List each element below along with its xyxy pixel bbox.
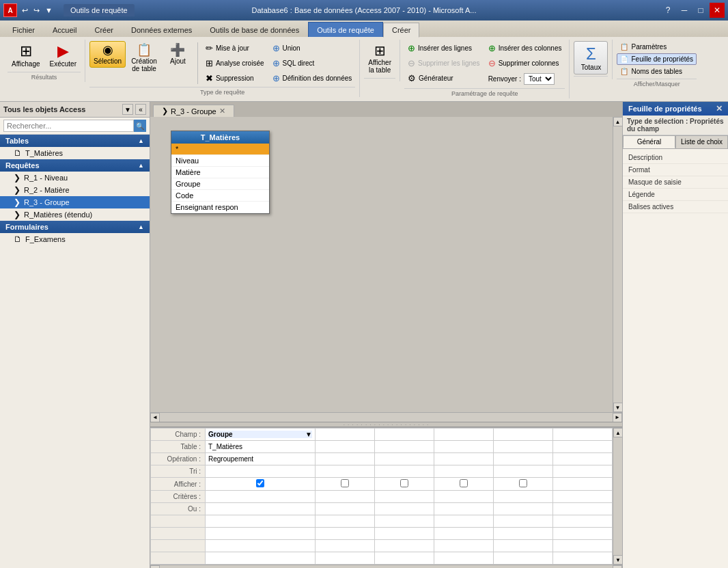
analyse-croisee-button[interactable]: ⊞ Analyse croisée <box>202 56 268 70</box>
champ-cell-1[interactable]: ▼ <box>206 429 316 441</box>
field-matiere[interactable]: Matière <box>171 167 269 178</box>
renvoyer-select[interactable]: Tout <box>524 73 555 85</box>
ajout-button[interactable]: ➕ Ajout <box>163 41 193 68</box>
tab-outils-requete[interactable]: Outils de requête <box>308 22 383 37</box>
tri-cell-3[interactable] <box>374 465 434 478</box>
empty-cell-4a[interactable] <box>206 552 316 565</box>
empty-cell-4f[interactable] <box>552 552 612 565</box>
generateur-button[interactable]: ⚙ Générateur <box>404 71 484 85</box>
afficher-checkbox-4[interactable] <box>460 479 468 487</box>
afficher-cell-6[interactable] <box>552 478 612 491</box>
empty-cell-3b[interactable] <box>315 540 374 552</box>
design-scroll-right[interactable]: ► <box>613 413 622 422</box>
minimize-button[interactable]: ─ <box>677 3 692 18</box>
tab-accueil[interactable]: Accueil <box>44 22 85 37</box>
criteres-cell-4[interactable] <box>434 491 493 503</box>
empty-cell-3e[interactable] <box>493 540 552 552</box>
empty-cell-4b[interactable] <box>315 552 374 565</box>
criteres-cell-5[interactable] <box>493 491 552 503</box>
tab-fichier[interactable]: Fichier <box>3 22 44 37</box>
design-scroll-left[interactable]: ◄ <box>150 413 160 422</box>
ou-cell-3[interactable] <box>374 503 434 515</box>
empty-cell-1a[interactable] <box>206 515 316 528</box>
empty-cell-2b[interactable] <box>315 528 374 540</box>
champ-dropdown-icon[interactable]: ▼ <box>305 431 312 438</box>
selection-button[interactable]: ◉ Sélection <box>89 41 126 68</box>
empty-cell-3a[interactable] <box>206 540 316 552</box>
afficher-cell-4[interactable] <box>434 478 493 491</box>
sidebar-item-f-examens[interactable]: 🗋 F_Examens <box>0 233 150 245</box>
afficher-cell-3[interactable] <box>374 478 434 491</box>
suppression-button[interactable]: ✖ Suppression <box>202 71 268 85</box>
afficher-cell-5[interactable] <box>493 478 552 491</box>
maximize-button[interactable]: □ <box>693 3 708 18</box>
sql-direct-button[interactable]: ⊕ SQL direct <box>269 56 356 70</box>
qa-dropdown-button[interactable]: ▼ <box>44 5 54 16</box>
criteres-cell-3[interactable] <box>374 491 434 503</box>
empty-cell-2d[interactable] <box>434 528 493 540</box>
supprimer-colonnes-button[interactable]: ⊖ Supprimer colonnes <box>485 56 565 70</box>
definition-donnees-button[interactable]: ⊕ Définition des données <box>269 71 356 85</box>
sidebar-item-r1[interactable]: ❯ R_1 - Niveau <box>0 172 150 184</box>
empty-cell-1c[interactable] <box>374 515 434 528</box>
criteres-cell-2[interactable] <box>315 491 374 503</box>
ou-cell-1[interactable] <box>206 503 316 515</box>
empty-cell-3d[interactable] <box>434 540 493 552</box>
champ-input[interactable] <box>208 431 305 438</box>
sidebar-item-t-matieres[interactable]: 🗋 T_Matières <box>0 147 150 159</box>
tables-section-header[interactable]: Tables ▲ <box>0 135 150 147</box>
tab-outils-bdd[interactable]: Outils de base de données <box>201 22 308 37</box>
feuille-proprietes-button[interactable]: 📄 Feuille de propriétés <box>617 53 697 65</box>
criteres-cell-1[interactable] <box>206 491 316 503</box>
totaux-button[interactable]: Σ Totaux <box>574 41 608 75</box>
criteres-cell-6[interactable] <box>552 491 612 503</box>
query-tab-r3[interactable]: ❯ R_3 - Groupe ✕ <box>153 105 234 117</box>
afficher-checkbox-3[interactable] <box>400 479 408 487</box>
grid-scroll-up[interactable]: ▲ <box>613 428 622 437</box>
empty-cell-4d[interactable] <box>434 552 493 565</box>
tab-creer-active[interactable]: Créer <box>383 23 420 38</box>
union-button[interactable]: ⊕ Union <box>269 41 356 55</box>
afficher-checkbox-2[interactable] <box>341 479 349 487</box>
field-enseignant[interactable]: Enseignant respon <box>171 202 269 213</box>
ou-cell-5[interactable] <box>493 503 552 515</box>
sidebar-menu-button[interactable]: ▼ <box>122 104 133 115</box>
inserer-colonnes-button[interactable]: ⊕ Insérer des colonnes <box>485 41 565 55</box>
empty-cell-2e[interactable] <box>493 528 552 540</box>
ou-cell-4[interactable] <box>434 503 493 515</box>
noms-tables-button[interactable]: 📋 Noms des tables <box>617 66 697 77</box>
empty-cell-3c[interactable] <box>374 540 434 552</box>
tab-creer[interactable]: Créer <box>85 22 122 37</box>
empty-cell-1e[interactable] <box>493 515 552 528</box>
tri-cell-5[interactable] <box>493 465 552 478</box>
empty-cell-2a[interactable] <box>206 528 316 540</box>
grid-scroll-down[interactable]: ▼ <box>613 555 622 565</box>
redo-button[interactable]: ↪ <box>32 5 41 16</box>
affichage-button[interactable]: ⊞ Affichage <box>8 41 44 70</box>
champ-cell-3[interactable] <box>374 429 434 441</box>
parametres-button[interactable]: 📋 Paramètres <box>617 41 697 53</box>
tri-cell-4[interactable] <box>434 465 493 478</box>
empty-cell-1f[interactable] <box>552 515 612 528</box>
sidebar-item-r2[interactable]: ❯ R_2 - Matière <box>0 184 150 196</box>
scroll-up-button[interactable]: ▲ <box>613 117 623 126</box>
query-tab-close-icon[interactable]: ✕ <box>219 107 225 116</box>
prop-tab-general[interactable]: Général <box>623 135 675 148</box>
prop-description[interactable]: Description <box>623 152 728 164</box>
formulaires-section-header[interactable]: Formulaires ▲ <box>0 221 150 233</box>
champ-cell-2[interactable] <box>315 429 374 441</box>
splitter[interactable]: · · · · · · · · · · · · · · · · · · · · <box>150 422 622 427</box>
empty-cell-2f[interactable] <box>552 528 612 540</box>
close-button[interactable]: ✕ <box>710 3 725 18</box>
empty-cell-1b[interactable] <box>315 515 374 528</box>
executer-button[interactable]: ▶ Exécuter <box>46 41 81 70</box>
afficher-table-button[interactable]: ⊞ Afficherla table <box>364 41 395 77</box>
search-icon[interactable]: 🔍 <box>134 120 146 132</box>
empty-cell-1d[interactable] <box>434 515 493 528</box>
prop-balises-actives[interactable]: Balises actives <box>623 201 728 213</box>
grid-h-scroll-right[interactable]: ► <box>613 565 622 569</box>
prop-tab-liste-choix[interactable]: Liste de choix <box>675 135 728 148</box>
afficher-checkbox-5[interactable] <box>519 479 527 487</box>
scroll-down-button[interactable]: ▼ <box>613 403 623 412</box>
tri-cell-1[interactable] <box>206 465 316 478</box>
